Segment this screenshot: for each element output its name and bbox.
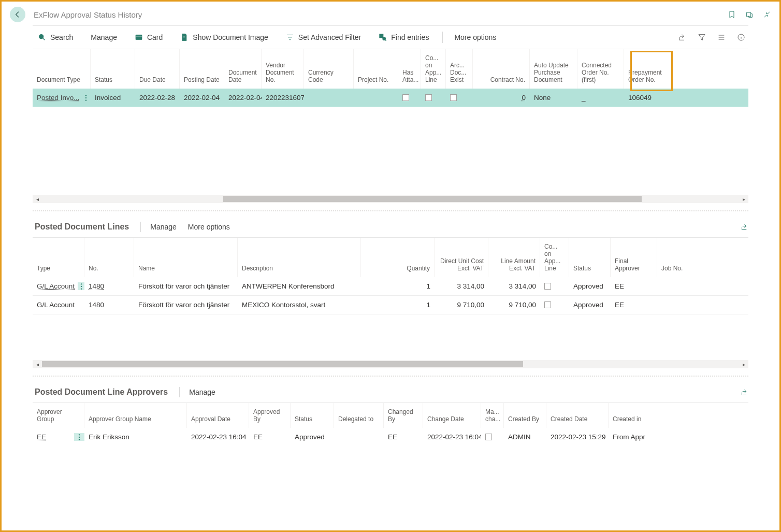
find-entries-label: Find entries [391,33,429,41]
popout-icon [745,10,754,19]
lcol-name[interactable]: Name [134,238,238,277]
lcol-no[interactable]: No. [84,238,134,277]
lines-type-link[interactable]: G/L Account [37,282,75,290]
info-button[interactable] [737,33,745,41]
scroll-track[interactable] [42,195,739,203]
cell-due-date: 2022-02-28 [135,89,180,107]
col-doc-type[interactable]: Document Type [33,49,91,89]
list-item[interactable]: G/L Account 1480 Förskott för varor och … [33,296,748,314]
col-posting-date[interactable]: Posting Date [180,49,224,89]
list-view-button[interactable] [717,33,726,41]
manage-menu[interactable]: Manage [85,31,122,44]
acol-created-date[interactable]: Created Date [546,403,609,428]
lcol-final-approver[interactable]: Final Approver [611,238,657,277]
lines-more-options-menu[interactable]: More options [188,223,230,231]
show-doc-image-button[interactable]: Show Document Image [175,31,273,44]
card-button[interactable]: Card [129,31,168,44]
bookmark-icon [728,10,736,19]
acol-created-in[interactable]: Created in [609,403,648,428]
row-menu-button[interactable] [83,94,89,102]
col-co-on-app-line[interactable]: Co... on App... Line [421,49,446,89]
show-doc-image-label: Show Document Image [193,33,268,41]
col-contract-no[interactable]: Contract No. [473,49,530,89]
share-button[interactable] [678,33,686,41]
set-advanced-filter-button[interactable]: Set Advanced Filter [281,31,366,44]
lcol-desc[interactable]: Description [238,238,361,277]
col-prepay-order-no[interactable]: Prepayment Order No. [624,49,671,89]
approver-delegated-to [334,428,384,446]
col-status[interactable]: Status [91,49,135,89]
table-row[interactable]: EE Erik Eriksson 2022-02-23 16:04 EE App… [33,428,748,446]
col-arc-doc-exist[interactable]: Arc... Doc... Exist [446,49,473,89]
lcol-status[interactable]: Status [569,238,611,277]
lcol-type[interactable]: Type [33,238,84,277]
more-options-menu[interactable]: More options [449,31,501,44]
h-scrollbar-lines[interactable]: ◂ ▸ [33,360,748,368]
filter-button[interactable] [698,33,706,41]
cell-connected-order: _ [577,89,624,107]
lcol-qty[interactable]: Quantity [361,238,435,277]
scroll-track[interactable] [42,360,739,368]
row-menu-button[interactable] [74,433,84,441]
back-button[interactable] [10,7,25,22]
h-scrollbar[interactable]: ◂ ▸ [33,195,748,203]
approvers-share-button[interactable] [741,389,748,396]
set-adv-filter-label: Set Advanced Filter [298,33,361,41]
approver-ma-cha [481,428,504,446]
lines-manage-menu[interactable]: Manage [150,223,177,231]
page-title: ExFlow Approval Status History [34,10,142,19]
col-connected-order[interactable]: Connected Order No. (first) [577,49,624,89]
cell-arc-doc-exist [446,89,473,107]
scroll-thumb[interactable] [223,196,642,202]
lines-share-button[interactable] [741,223,748,231]
acol-change-date[interactable]: Change Date [423,403,481,428]
acol-created-by[interactable]: Created By [504,403,546,428]
lcol-line-amount[interactable]: Line Amount Excl. VAT [488,238,540,277]
svg-rect-3 [380,34,383,38]
col-currency[interactable]: Currency Code [304,49,354,89]
cell-contract-no[interactable]: 0 [522,94,526,102]
acol-changed-by[interactable]: Changed By [384,403,423,428]
search-button[interactable]: Search [33,31,78,44]
doc-type-link[interactable]: Posted Invo... [37,94,80,102]
acol-ma-cha[interactable]: Ma... cha... [481,403,504,428]
lcol-job-no[interactable]: Job No. [657,238,688,277]
funnel-icon [698,33,706,41]
lines-qty: 1 [361,296,435,314]
col-project-no[interactable]: Project No. [354,49,398,89]
scroll-left-arrow[interactable]: ◂ [33,360,42,368]
cell-currency [304,89,354,107]
collapse-button[interactable] [763,10,771,19]
toolbar-separator [442,32,443,43]
col-due-date[interactable]: Due Date [135,49,180,89]
col-auto-update[interactable]: Auto Update Purchase Document [530,49,577,89]
acol-status[interactable]: Status [291,403,334,428]
scroll-thumb[interactable] [42,361,523,367]
popout-button[interactable] [745,10,754,19]
scroll-right-arrow[interactable]: ▸ [739,195,748,203]
col-has-atta[interactable]: Has Atta... [398,49,421,89]
bookmark-button[interactable] [728,10,736,19]
approver-approval-date: 2022-02-23 16:04 [187,428,249,446]
scroll-right-arrow[interactable]: ▸ [739,360,748,368]
row-menu-button[interactable] [78,282,84,290]
col-vendor-doc-no[interactable]: Vendor Document No. [262,49,304,89]
find-entries-button[interactable]: Find entries [373,31,434,44]
lines-no[interactable]: 1480 [89,282,104,290]
lcol-co-on-app-line[interactable]: Co... on App... Line [540,238,569,277]
acol-approved-by[interactable]: Approved By [249,403,291,428]
scroll-left-arrow[interactable]: ◂ [33,195,42,203]
acol-delegated-to[interactable]: Delegated to [334,403,384,428]
acol-group[interactable]: Approver Group [33,403,84,428]
approvers-manage-menu[interactable]: Manage [189,388,215,396]
acol-approval-date[interactable]: Approval Date [187,403,249,428]
lines-line-amount: 3 314,00 [488,277,540,295]
list-item[interactable]: G/L Account 1480 Förskott för varor och … [33,277,748,296]
col-doc-date[interactable]: Document Date [224,49,262,89]
lcol-unit-cost[interactable]: Direct Unit Cost Excl. VAT [435,238,488,277]
table-row[interactable]: Posted Invo... Invoiced 2022-02-28 2022-… [33,89,748,107]
svg-point-8 [85,99,86,100]
acol-group-name[interactable]: Approver Group Name [84,403,187,428]
approver-group-link[interactable]: EE [37,433,46,441]
more-options-label: More options [454,33,496,41]
